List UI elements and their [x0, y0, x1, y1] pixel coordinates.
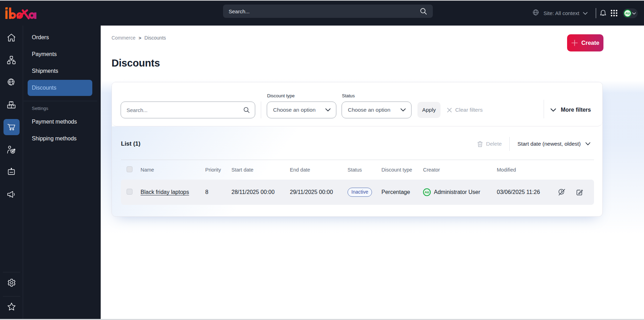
- cell-creator: AU Administrator User: [423, 188, 497, 196]
- preview-disabled-icon[interactable]: [558, 188, 566, 196]
- apply-button[interactable]: Apply: [417, 102, 441, 118]
- table-row: Black friday laptops 8 28/11/2025 00:00 …: [121, 180, 594, 205]
- list-controls-divider: [509, 137, 510, 151]
- rail-divider: [3, 272, 20, 272]
- notifications-bell-icon[interactable]: [599, 9, 607, 17]
- ibexa-logo[interactable]: [5, 7, 37, 21]
- column-header-creator: Creator: [423, 167, 497, 173]
- creator-avatar: AU: [423, 188, 431, 196]
- status-filter: Status Choose an option: [342, 102, 412, 118]
- row-actions: [553, 188, 594, 196]
- rail-item-marketing[interactable]: [3, 186, 20, 202]
- status-select[interactable]: Choose an option: [342, 102, 412, 118]
- filter-search-input[interactable]: [127, 107, 243, 113]
- discount-type-select[interactable]: Choose an option: [267, 102, 336, 118]
- status-badge: Inactive: [348, 188, 372, 197]
- search-icon[interactable]: [420, 7, 427, 15]
- rail-item-bookmarks[interactable]: [3, 299, 20, 315]
- chevron-down-icon: [583, 10, 588, 16]
- rail-item-storage[interactable]: [3, 97, 20, 113]
- rail-bottom-group: [0, 272, 23, 320]
- rail-item-commerce[interactable]: [3, 119, 20, 135]
- menu-item-orders[interactable]: Orders: [28, 29, 92, 46]
- close-icon: [447, 107, 452, 113]
- discount-name-link[interactable]: Black friday laptops: [141, 189, 189, 195]
- list-section: List (1) Delete Start date (newest, olde…: [112, 126, 602, 216]
- breadcrumb-commerce[interactable]: Commerce: [112, 35, 135, 41]
- menu-item-shipping-methods[interactable]: Shipping methods: [28, 131, 92, 147]
- chevron-down-icon: [325, 108, 331, 112]
- rail-item-site[interactable]: [3, 74, 20, 90]
- rail-item-settings[interactable]: [3, 274, 20, 291]
- page-title: Discounts: [112, 57, 160, 69]
- chevron-down-icon: [585, 142, 591, 146]
- sort-dropdown[interactable]: Start date (newest, oldest): [517, 141, 591, 147]
- filter-search: [121, 102, 255, 118]
- row-checkbox[interactable]: [127, 189, 133, 195]
- column-header-modified: Modified: [497, 167, 553, 173]
- clear-filters-button[interactable]: Clear filters: [447, 102, 482, 118]
- delete-button[interactable]: Delete: [477, 141, 502, 147]
- cell-start-date: 28/11/2025 00:00: [231, 189, 290, 195]
- ibexa-logo-glyph: [5, 7, 37, 20]
- more-filters-button[interactable]: More filters: [550, 102, 591, 118]
- app-grid-icon[interactable]: [611, 10, 617, 16]
- icon-rail: [0, 26, 23, 320]
- menu-item-discounts[interactable]: Discounts: [28, 80, 92, 96]
- filters-bar: Discount type Choose an option Status Ch…: [112, 82, 602, 126]
- cell-priority: 8: [205, 189, 231, 195]
- list-title: List (1): [121, 140, 141, 147]
- edit-icon[interactable]: [576, 189, 583, 196]
- breadcrumb-discounts: Discounts: [144, 35, 166, 41]
- rail-divider: [3, 296, 20, 297]
- list-header: List (1) Delete Start date (newest, olde…: [121, 138, 594, 149]
- status-label: Status: [342, 93, 355, 98]
- top-bar-right: Site: All context AU: [532, 1, 638, 26]
- filter-divider: [261, 102, 261, 118]
- site-context-label: Site: All context: [543, 10, 579, 16]
- menu-item-shipments[interactable]: Shipments: [28, 63, 92, 79]
- discount-type-filter: Discount type Choose an option: [267, 102, 336, 118]
- creator-name: Administrator User: [434, 189, 480, 195]
- chevron-down-icon: [550, 108, 556, 112]
- user-menu[interactable]: AU: [623, 8, 638, 18]
- column-header-name: Name: [141, 167, 205, 173]
- breadcrumb: Commerce > Discounts: [112, 34, 166, 42]
- column-header-start-date: Start date: [231, 167, 290, 173]
- rail-item-dashboard[interactable]: [3, 29, 20, 46]
- trash-icon: [477, 141, 483, 147]
- commerce-menu-panel: Orders Payments Shipments Discounts Sett…: [23, 26, 101, 320]
- search-icon[interactable]: [243, 106, 250, 113]
- filter-divider: [544, 100, 544, 118]
- site-globe-context-icon: [532, 9, 540, 18]
- breadcrumb-separator: >: [138, 35, 141, 41]
- list-controls: Delete Start date (newest, oldest): [477, 137, 594, 151]
- table-header-row: Name Priority Start date End date Status…: [121, 160, 594, 180]
- ibexa-backoffice-window: Site: All context AU: [0, 0, 644, 320]
- global-search-input[interactable]: [229, 8, 420, 14]
- rail-item-vendors[interactable]: [3, 164, 20, 180]
- create-button[interactable]: Create: [567, 34, 603, 51]
- main-content: Commerce > Discounts Create Discounts D: [101, 26, 644, 320]
- cell-end-date: 29/11/2025 00:00: [290, 189, 348, 195]
- menu-divider: [23, 101, 97, 101]
- rail-item-personalization[interactable]: [3, 141, 20, 158]
- column-header-priority: Priority: [205, 167, 231, 173]
- menu-section-label: Settings: [32, 105, 101, 111]
- menu-item-payments[interactable]: Payments: [28, 46, 92, 62]
- global-search: [223, 5, 433, 18]
- site-context-switcher[interactable]: Site: All context: [532, 9, 588, 18]
- menu-item-payment-methods[interactable]: Payment methods: [28, 114, 92, 130]
- top-bar-divider: [596, 8, 596, 18]
- chevron-down-icon: [632, 11, 636, 16]
- discount-type-label: Discount type: [267, 93, 295, 98]
- select-all-checkbox[interactable]: [127, 166, 133, 172]
- cell-discount-type: Percentage: [381, 189, 423, 195]
- user-avatar: AU: [624, 9, 631, 17]
- plus-icon: [571, 40, 578, 46]
- discounts-card: Discount type Choose an option Status Ch…: [112, 82, 603, 217]
- cell-modified: 03/06/2025 11:26: [497, 189, 553, 195]
- column-header-end-date: End date: [290, 167, 348, 173]
- rail-item-content[interactable]: [3, 52, 20, 68]
- column-header-status: Status: [348, 167, 381, 173]
